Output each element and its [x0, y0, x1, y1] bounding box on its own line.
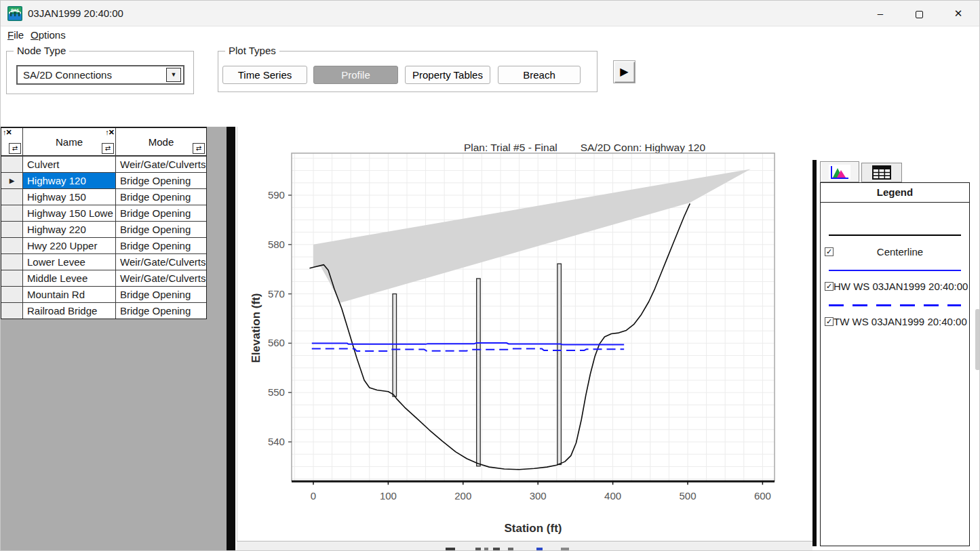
table-row[interactable]: Hwy 220 UpperBridge Opening	[1, 237, 206, 253]
mode-cell[interactable]: Bridge Opening	[116, 221, 206, 237]
name-cell[interactable]: Middle Levee	[23, 270, 116, 286]
play-icon: ▶	[620, 66, 628, 77]
close-button[interactable]: ✕	[943, 1, 974, 26]
mode-cell[interactable]: Bridge Opening	[116, 237, 206, 253]
legend-checkbox[interactable]: ✓	[825, 282, 834, 291]
x-tick-label: 200	[454, 490, 471, 502]
name-cell[interactable]: Mountain Rd	[23, 286, 116, 302]
plot-type-button-time-series[interactable]: Time Series	[222, 66, 307, 84]
column-adjust-icon[interactable]: ⇄	[193, 143, 205, 154]
mode-column-header[interactable]: Mode ⇄	[116, 128, 206, 155]
legend-item: ✓HW WS 03JAN1999 20:40:00	[823, 279, 966, 293]
row-selector-cell[interactable]	[1, 205, 23, 221]
cutoff-fragment	[561, 548, 569, 551]
legend-panel: Legend ✓Centerline✓HW WS 03JAN1999 20:40…	[820, 182, 970, 546]
node-type-dropdown[interactable]: SA/2D Connections ▼	[16, 65, 184, 85]
row-selector-cell[interactable]	[1, 156, 23, 172]
table-row[interactable]: Railroad BridgeBridge Opening	[1, 302, 206, 319]
play-animation-button[interactable]: ▶	[613, 60, 635, 83]
legend-checkbox[interactable]: ✓	[825, 247, 834, 256]
cutoff-fragment	[493, 548, 500, 551]
tab-table-view[interactable]	[861, 163, 902, 182]
menu-options-rest: ptions	[39, 29, 66, 41]
menu-options[interactable]: Options	[26, 27, 70, 45]
profile-chart-canvas[interactable]: 0100200300400500600540550560570580590	[240, 136, 813, 531]
cutoff-fragment	[484, 548, 488, 551]
maximize-button[interactable]	[903, 1, 935, 26]
y-tick-label: 540	[268, 436, 285, 447]
legend-checkbox[interactable]: ✓	[825, 317, 834, 326]
bridge-pier	[557, 264, 562, 464]
window-title: 03JAN1999 20:40:00	[28, 1, 123, 26]
row-selector-cell[interactable]	[1, 286, 23, 302]
legend-item: ✓TW WS 03JAN1999 20:40:00	[823, 314, 966, 328]
panel-splitter[interactable]	[227, 127, 235, 551]
name-cell[interactable]: Highway 150	[23, 188, 116, 205]
title-bar: RAS 03JAN1999 20:40:00 – ✕	[1, 1, 980, 26]
minimize-button[interactable]: –	[865, 1, 896, 26]
scrollbar-thumb[interactable]	[975, 309, 980, 370]
legend-splitter[interactable]	[812, 160, 817, 546]
name-column-header[interactable]: Name ↑✕ ⇄	[23, 128, 116, 155]
node-table: ↑✕ ⇄ Name ↑✕ ⇄ Mode ⇄ CulvertWeir/Gate/C…	[1, 127, 207, 319]
node-type-selected: SA/2D Connections	[18, 69, 166, 81]
x-axis-label: Station (ft)	[465, 522, 601, 535]
row-selector-cell[interactable]	[1, 253, 23, 270]
plot-type-button-property-tables[interactable]: Property Tables	[405, 66, 490, 84]
name-cell[interactable]: Lower Levee	[23, 253, 116, 270]
legend-item-label: HW WS 03JAN1999 20:40:00	[834, 281, 968, 292]
app-icon: RAS	[7, 6, 22, 21]
tab-chart-view[interactable]	[820, 161, 859, 182]
row-selector-cell[interactable]	[1, 270, 23, 286]
name-cell[interactable]: Railroad Bridge	[23, 302, 116, 319]
table-row[interactable]: Middle LeveeWeir/Gate/Culverts	[1, 270, 206, 286]
mode-cell[interactable]: Bridge Opening	[116, 286, 206, 302]
mode-cell[interactable]: Weir/Gate/Culverts	[116, 253, 206, 270]
row-selector-header: ↑✕ ⇄	[1, 128, 23, 155]
mode-cell[interactable]: Bridge Opening	[116, 188, 206, 205]
menu-options-key: O	[31, 29, 39, 41]
plot-type-button-breach[interactable]: Breach	[498, 66, 581, 84]
column-adjust-icon[interactable]: ⇄	[102, 143, 114, 154]
chevron-down-icon[interactable]: ▼	[166, 68, 181, 82]
name-cell[interactable]: Hwy 220 Upper	[23, 237, 116, 253]
svg-text:RAS: RAS	[11, 8, 19, 12]
maximize-icon	[916, 11, 923, 18]
mode-cell[interactable]: Bridge Opening	[116, 302, 206, 319]
row-selector-cell[interactable]	[1, 221, 23, 237]
mode-cell[interactable]: Weir/Gate/Culverts	[116, 270, 206, 286]
row-selector-cell[interactable]: ▶	[1, 172, 23, 188]
cutoff-fragment	[508, 548, 513, 551]
menu-file[interactable]: File	[3, 27, 28, 45]
plot-types-groupbox: Plot Types Time SeriesProfileProperty Ta…	[218, 51, 597, 92]
x-tick-label: 100	[380, 490, 397, 502]
column-adjust-icon[interactable]: ⇄	[9, 143, 21, 154]
table-row[interactable]: CulvertWeir/Gate/Culverts	[1, 156, 206, 172]
mode-cell[interactable]: Bridge Opening	[116, 172, 206, 188]
mode-cell[interactable]: Weir/Gate/Culverts	[116, 156, 206, 172]
name-cell[interactable]: Highway 120	[23, 172, 116, 188]
row-selector-cell[interactable]	[1, 188, 23, 205]
x-tick-label: 400	[604, 490, 621, 502]
y-axis-label: Elevation (ft)	[250, 274, 264, 382]
sort-clear-icon[interactable]: ↑✕	[105, 128, 114, 137]
table-row[interactable]: Lower LeveeWeir/Gate/Culverts	[1, 253, 206, 270]
row-selector-cell[interactable]	[1, 302, 23, 319]
table-row[interactable]: Highway 150 LoweBridge Opening	[1, 205, 206, 221]
plot-type-button-profile[interactable]: Profile	[313, 66, 398, 84]
row-selector-cell[interactable]	[1, 237, 23, 253]
mode-cell[interactable]: Bridge Opening	[116, 205, 206, 221]
table-row[interactable]: Mountain RdBridge Opening	[1, 286, 206, 302]
x-tick-label: 300	[530, 490, 547, 502]
chart-icon	[828, 164, 851, 180]
legend-line-sample-solid-blue	[829, 270, 961, 272]
table-row[interactable]: Highway 150Bridge Opening	[1, 188, 206, 205]
y-tick-label: 570	[268, 288, 285, 300]
y-tick-label: 550	[268, 386, 285, 398]
table-row[interactable]: Highway 220Bridge Opening	[1, 221, 206, 237]
name-cell[interactable]: Highway 150 Lowe	[23, 205, 116, 221]
table-row[interactable]: ▶Highway 120Bridge Opening	[1, 172, 206, 188]
name-cell[interactable]: Highway 220	[23, 221, 116, 237]
name-cell[interactable]: Culvert	[23, 156, 116, 172]
sort-clear-icon[interactable]: ↑✕	[3, 128, 12, 137]
